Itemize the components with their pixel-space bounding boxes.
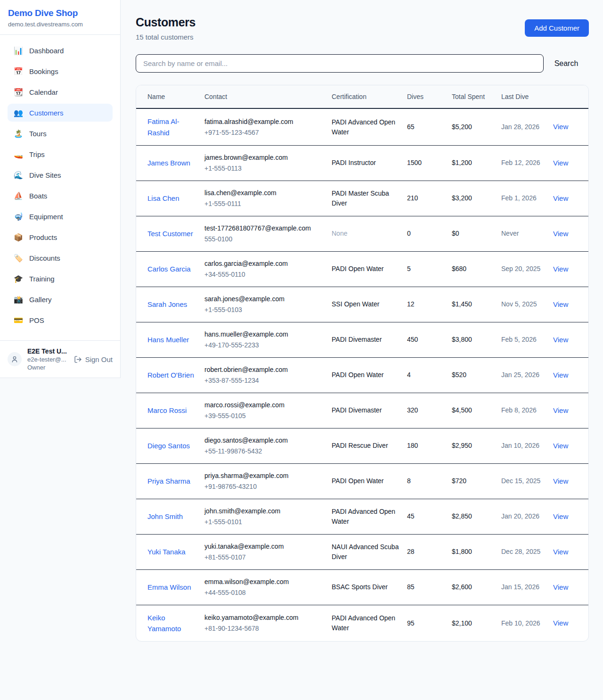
sidebar-item-equipment[interactable]: 🤿Equipment	[8, 207, 113, 225]
view-link[interactable]: View	[553, 477, 568, 485]
sign-out-button[interactable]: Sign Out	[74, 355, 113, 363]
customer-name-link[interactable]: Marco Rossi	[147, 405, 187, 416]
view-link[interactable]: View	[553, 619, 568, 627]
view-link[interactable]: View	[553, 230, 568, 238]
view-link[interactable]: View	[553, 194, 568, 202]
customer-phone: +81-555-0107	[204, 552, 324, 562]
customer-name-link[interactable]: James Brown	[147, 157, 190, 168]
customer-contact-cell: john.smith@example.com+1-555-0101	[204, 499, 332, 534]
page-title: Customers	[136, 16, 196, 29]
view-link[interactable]: View	[553, 265, 568, 273]
view-link[interactable]: View	[553, 371, 568, 379]
customer-certification: PADI Advanced Open Water	[332, 110, 407, 144]
customer-name-link[interactable]: Diego Santos	[147, 440, 190, 451]
customer-total-spent: $3,800	[452, 328, 501, 352]
customer-certification: None	[332, 222, 407, 246]
sidebar-item-dive-sites[interactable]: 🌊Dive Sites	[8, 166, 113, 184]
customer-name-link[interactable]: Keiko Yamamoto	[147, 612, 197, 634]
add-customer-button[interactable]: Add Customer	[525, 19, 589, 37]
customer-email: lisa.chen@example.com	[204, 188, 324, 198]
table-row: Yuki Tanakayuki.tanaka@example.com+81-55…	[136, 535, 588, 570]
table-header-row: NameContactCertificationDivesTotal Spent…	[136, 85, 588, 109]
sidebar-item-dashboard[interactable]: 📊Dashboard	[8, 41, 113, 59]
customer-name-link[interactable]: Lisa Chen	[147, 193, 179, 204]
customer-name-link[interactable]: Priya Sharma	[147, 476, 190, 486]
page-subtitle: 15 total customers	[136, 33, 196, 41]
speedboat-icon: 🚤	[14, 150, 23, 159]
table-row: Fatima Al-Rashidfatima.alrashid@example.…	[136, 109, 588, 146]
sidebar-item-label: Calendar	[29, 88, 58, 96]
customer-name-link[interactable]: Sarah Jones	[147, 299, 187, 310]
customer-total-spent: $4,500	[452, 398, 501, 422]
diving-mask-icon: 🤿	[14, 212, 23, 221]
customer-last-dive: Jan 25, 2026	[501, 363, 553, 387]
table-row: Marco Rossimarco.rossi@example.com+39-55…	[136, 393, 588, 428]
sidebar-item-bookings[interactable]: 📅Bookings	[8, 62, 113, 80]
customer-name-link[interactable]: Test Customer	[147, 228, 193, 239]
customer-phone: +49-170-555-2233	[204, 340, 324, 350]
column-header-last-dive: Last Dive	[501, 85, 553, 108]
sidebar-item-label: POS	[29, 316, 44, 324]
customer-name-link[interactable]: Hans Mueller	[147, 334, 189, 345]
customer-email: robert.obrien@example.com	[204, 365, 324, 375]
view-link[interactable]: View	[553, 300, 568, 308]
customer-certification: SSI Open Water	[332, 292, 407, 316]
view-link[interactable]: View	[553, 336, 568, 344]
customer-dives: 5	[407, 257, 452, 281]
sidebar-item-label: Bookings	[29, 67, 58, 75]
view-link[interactable]: View	[553, 123, 568, 131]
customer-name-link[interactable]: Robert O'Brien	[147, 370, 194, 380]
sidebar-item-discounts[interactable]: 🏷️Discounts	[8, 249, 113, 267]
sidebar-item-label: Equipment	[29, 213, 63, 221]
table-row: Hans Muellerhans.mueller@example.com+49-…	[136, 322, 588, 358]
customer-total-spent: $2,100	[452, 611, 501, 635]
sidebar-item-label: Gallery	[29, 296, 52, 304]
customer-name-link[interactable]: John Smith	[147, 511, 183, 522]
customer-total-spent: $1,200	[452, 151, 501, 175]
view-link[interactable]: View	[553, 442, 568, 450]
customer-dives: 8	[407, 469, 452, 493]
customers-table: NameContactCertificationDivesTotal Spent…	[136, 85, 589, 642]
search-input[interactable]	[136, 54, 544, 73]
customer-phone: +34-555-0110	[204, 270, 324, 280]
customer-last-dive: Jan 20, 2026	[501, 504, 553, 528]
sidebar-item-products[interactable]: 📦Products	[8, 228, 113, 246]
view-link[interactable]: View	[553, 512, 568, 520]
sidebar-item-pos[interactable]: 💳POS	[8, 311, 113, 329]
sidebar-item-gallery[interactable]: 📸Gallery	[8, 290, 113, 308]
sidebar-item-calendar[interactable]: 📆Calendar	[8, 83, 113, 101]
brand-title: Demo Dive Shop	[8, 8, 112, 18]
table-row: Priya Sharmapriya.sharma@example.com+91-…	[136, 464, 588, 499]
customer-email: fatima.alrashid@example.com	[204, 117, 324, 127]
customer-name-link[interactable]: Carlos Garcia	[147, 264, 191, 274]
sidebar-item-boats[interactable]: ⛵Boats	[8, 187, 113, 205]
customer-actions-cell: View	[553, 257, 589, 282]
customer-dives: 12	[407, 292, 452, 316]
view-link[interactable]: View	[553, 548, 568, 556]
search-button[interactable]: Search	[544, 59, 589, 68]
main-content: Customers 15 total customers Add Custome…	[121, 0, 603, 653]
customer-email: carlos.garcia@example.com	[204, 259, 324, 269]
view-link[interactable]: View	[553, 406, 568, 414]
customer-name-link[interactable]: Yuki Tanaka	[147, 546, 186, 557]
label-tag-icon: 🏷️	[14, 254, 23, 263]
sidebar-item-customers[interactable]: 👥Customers	[8, 104, 113, 122]
sidebar-item-label: Training	[29, 275, 55, 283]
customer-email: sarah.jones@example.com	[204, 294, 324, 304]
sidebar-item-trips[interactable]: 🚤Trips	[8, 145, 113, 163]
sidebar-item-tours[interactable]: 🏝️Tours	[8, 124, 113, 142]
customer-last-dive: Dec 28, 2025	[501, 540, 553, 564]
customer-certification: PADI Rescue Diver	[332, 434, 407, 458]
customer-email: diego.santos@example.com	[204, 436, 324, 445]
customer-dives: 45	[407, 504, 452, 528]
customer-total-spent: $520	[452, 363, 501, 387]
brand-block: Demo Dive Shop demo.test.divestreams.com	[0, 0, 120, 35]
customer-phone: +1-555-0111	[204, 199, 324, 209]
customer-certification: BSAC Sports Diver	[332, 575, 407, 599]
customer-name-link[interactable]: Emma Wilson	[147, 582, 191, 593]
sidebar-item-training[interactable]: 🎓Training	[8, 270, 113, 288]
view-link[interactable]: View	[553, 583, 568, 591]
customer-name-cell: Test Customer	[136, 221, 204, 246]
view-link[interactable]: View	[553, 159, 568, 167]
customer-name-link[interactable]: Fatima Al-Rashid	[147, 116, 197, 138]
